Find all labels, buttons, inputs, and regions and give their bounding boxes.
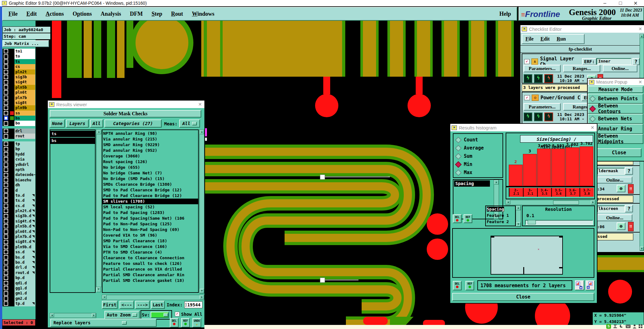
sogou-input-icon[interactable]: S bbox=[606, 324, 611, 329]
layer-row-bs.d[interactable]: bs.d bbox=[3, 255, 35, 260]
layer-color-chip[interactable] bbox=[9, 105, 14, 110]
layer-row-drl.d[interactable]: drl.d bbox=[3, 265, 35, 270]
layer-color-chip[interactable] bbox=[9, 152, 14, 157]
category-item[interactable]: Partial SMD Clearance gasket (18) bbox=[103, 278, 198, 283]
keyboard-icon[interactable] bbox=[626, 325, 630, 328]
layer-row-sig8t[interactable]: sig8t bbox=[3, 100, 35, 105]
layer-row-pln5b[interactable]: pln5b bbox=[3, 85, 35, 90]
layer-visibility-checkbox[interactable] bbox=[3, 105, 9, 110]
filter-layer-bs[interactable]: bs bbox=[50, 138, 95, 144]
item-checkbox[interactable]: ✔ bbox=[524, 95, 530, 100]
layer-color-chip[interactable] bbox=[9, 188, 14, 193]
measure-option-between-nets[interactable]: Between Nets bbox=[588, 114, 643, 124]
layer-row-bp[interactable]: bp bbox=[3, 146, 35, 151]
layer-color-chip[interactable] bbox=[9, 229, 14, 234]
close-icon[interactable]: ✕ bbox=[634, 0, 638, 6]
layer-row-to[interactable]: to bbox=[3, 54, 35, 59]
meas-dropdown[interactable]: All bbox=[179, 119, 200, 128]
param-scrollbar[interactable]: ▲ ▼ bbox=[516, 206, 521, 227]
layer-color-chip[interactable] bbox=[9, 208, 14, 213]
grid-icon[interactable] bbox=[639, 324, 643, 328]
prev-button[interactable]: <--- bbox=[119, 301, 134, 309]
first-button[interactable]: First bbox=[102, 301, 118, 309]
layer-visibility-checkbox[interactable] bbox=[3, 157, 9, 162]
layer-color-chip[interactable] bbox=[9, 85, 14, 90]
layer-visibility-checkbox[interactable] bbox=[3, 134, 9, 139]
layer-color-chip[interactable] bbox=[9, 141, 14, 146]
layer-color-chip[interactable] bbox=[9, 74, 14, 80]
layer-color-chip[interactable] bbox=[9, 172, 14, 177]
checklist-menu-file[interactable]: File bbox=[525, 36, 534, 42]
histogram-bar-3.7-3.8[interactable] bbox=[580, 146, 593, 186]
histogram-bar-3.4-3.5[interactable] bbox=[537, 149, 551, 186]
layer-color-chip[interactable] bbox=[9, 64, 14, 69]
layer-color-chip[interactable] bbox=[9, 90, 14, 95]
category-item[interactable]: Clearance to Clearance Connection bbox=[103, 255, 198, 261]
menu-windows[interactable]: Windows bbox=[192, 11, 214, 17]
alert-button[interactable]: ‼ bbox=[628, 184, 634, 194]
layer-color-chip[interactable] bbox=[9, 198, 14, 203]
measure-popup-titlebar[interactable]: ✕ Measure Popup ✕ bbox=[588, 79, 644, 85]
layer-color-chip[interactable] bbox=[9, 183, 14, 188]
layer-row-bp.d[interactable]: bp.d bbox=[3, 275, 35, 280]
category-item[interactable]: Via annular Ring (215) bbox=[103, 136, 198, 142]
ref-button[interactable]: REF bbox=[181, 318, 190, 327]
ranges-button[interactable]: Ranges... bbox=[563, 65, 600, 72]
category-item[interactable]: NPTH annular Ring (98) bbox=[103, 131, 198, 136]
layer-color-chip[interactable] bbox=[9, 224, 14, 229]
layer-visibility-checkbox[interactable] bbox=[3, 265, 9, 270]
layer-row-sig3b.d[interactable]: sig3b.d bbox=[3, 213, 35, 218]
category-item[interactable]: SMD annular Ring (9229) bbox=[103, 142, 198, 148]
param-feature-1[interactable]: Feature 1 bbox=[486, 212, 515, 219]
measure-close-button[interactable]: Close bbox=[597, 148, 641, 157]
layer-row-biaozhu[interactable]: biaozhu bbox=[3, 178, 35, 183]
run-all-icon[interactable]: ϟ bbox=[544, 112, 553, 121]
layer-visibility-checkbox[interactable] bbox=[3, 198, 9, 203]
menu-actions[interactable]: Actions bbox=[46, 11, 64, 17]
layer-row-ss.d[interactable]: ss.d bbox=[3, 249, 35, 255]
layer-row-pln5b.d[interactable]: pln5b.d bbox=[3, 224, 35, 229]
category-item[interactable]: Partial SMD Clearance annular Rin bbox=[103, 272, 198, 278]
layer-color-chip[interactable] bbox=[9, 234, 14, 239]
layer-visibility-checkbox[interactable] bbox=[3, 229, 9, 234]
category-item[interactable]: Pad to Pad Clearance Bridge (12) bbox=[103, 193, 198, 199]
layer-row-sig4t.d[interactable]: sig4t.d bbox=[3, 219, 35, 224]
layer-visibility-checkbox[interactable] bbox=[3, 152, 9, 157]
parameters-button[interactable]: Parameters... bbox=[524, 65, 561, 72]
zoom-result-button[interactable]: ⊕ bbox=[617, 185, 625, 192]
alert-button[interactable]: ‼ bbox=[628, 222, 634, 231]
category-item[interactable]: PTH to SMD Clearance (4) bbox=[103, 249, 198, 255]
layer-visibility-checkbox[interactable] bbox=[3, 183, 9, 188]
layer-color-chip[interactable] bbox=[9, 178, 14, 183]
layer-visibility-checkbox[interactable] bbox=[3, 219, 9, 224]
layer-color-chip[interactable] bbox=[9, 296, 14, 301]
category-item[interactable]: Rout spacing (126) bbox=[103, 159, 198, 165]
layer-color-chip[interactable] bbox=[9, 80, 14, 85]
scroll-down-icon[interactable]: ▼ bbox=[516, 222, 521, 227]
layer-row-cs.d[interactable]: cs.d bbox=[3, 203, 35, 208]
item-checkbox[interactable]: ✔ bbox=[524, 59, 530, 64]
layer-color-chip[interactable] bbox=[9, 265, 14, 270]
checklist-menu-run[interactable]: Run bbox=[557, 36, 566, 42]
layer-visibility-checkbox[interactable] bbox=[3, 74, 9, 80]
stat-option-average[interactable]: Average bbox=[453, 144, 502, 152]
results-viewer-titlebar[interactable]: ✕ Results viewer ✕ bbox=[48, 101, 204, 108]
scroll-left-icon[interactable]: ◀ bbox=[102, 295, 107, 299]
run-all-icon[interactable]: ϟ bbox=[544, 74, 553, 83]
menu-edit[interactable]: Edit bbox=[26, 11, 37, 17]
layer-visibility-checkbox[interactable] bbox=[3, 172, 9, 177]
layer-color-chip[interactable] bbox=[9, 116, 14, 121]
layer-color-chip[interactable] bbox=[9, 301, 14, 306]
filter-hscrollbar[interactable]: ◀ ▶ bbox=[50, 313, 96, 318]
layer-color-chip[interactable] bbox=[9, 244, 14, 249]
layer-row-ydkdrl[interactable]: ydkdrl bbox=[3, 162, 35, 167]
categories-hscrollbar[interactable]: ◀ ▶ bbox=[102, 295, 204, 300]
layer-color-chip[interactable] bbox=[9, 219, 14, 224]
histogram-titlebar[interactable]: ✕ Results histogram ✕ bbox=[450, 124, 597, 131]
layer-row-sig8t.d[interactable]: sig8t.d bbox=[3, 239, 35, 244]
layer-row-pln2t[interactable]: pln2t bbox=[3, 69, 35, 74]
layer-row-datecode-pt[interactable]: datecode-pt bbox=[3, 172, 35, 177]
layer-color-chip[interactable] bbox=[9, 275, 14, 280]
layer-color-chip[interactable] bbox=[9, 260, 14, 265]
layer-color-chip[interactable] bbox=[9, 286, 14, 291]
